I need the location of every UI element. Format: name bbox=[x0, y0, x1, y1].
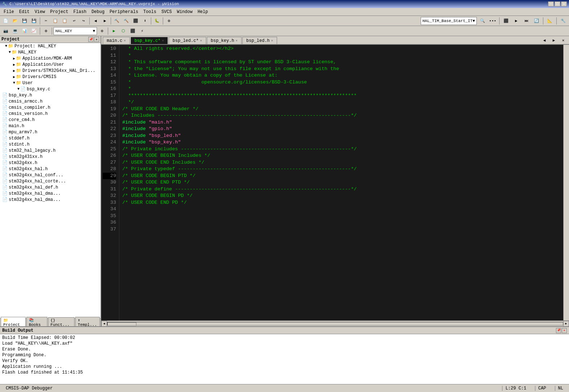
build-pin-button[interactable]: 📌 bbox=[556, 328, 561, 333]
tree-item[interactable]: ▶ 📁Application/User bbox=[0, 61, 101, 68]
menu-item-peripherals[interactable]: Peripherals bbox=[107, 9, 140, 15]
t2-run2[interactable]: ⬡ bbox=[119, 27, 128, 35]
t2-stop[interactable]: ⬛ bbox=[128, 27, 137, 35]
tree-item[interactable]: 📄stm32g4xx_hal_conf... bbox=[0, 172, 101, 178]
build-button[interactable]: 🔨 bbox=[112, 17, 121, 25]
tree-item[interactable]: 📄cmsis_compiler.h bbox=[0, 104, 101, 111]
settings-button[interactable]: ⚙ bbox=[165, 17, 173, 25]
menu-item-project[interactable]: Project bbox=[48, 9, 70, 15]
tab-scroll-right[interactable]: ▶ bbox=[549, 36, 558, 44]
extra-button[interactable]: 🔧 bbox=[559, 17, 568, 25]
open-button[interactable]: 📂 bbox=[11, 17, 20, 25]
step-button[interactable]: ⏭ bbox=[522, 17, 531, 25]
tree-item[interactable]: ▼ 📁User bbox=[0, 80, 101, 86]
view-toggle-button[interactable]: 📐 bbox=[545, 17, 554, 25]
debug-button[interactable]: 🐛 bbox=[153, 17, 161, 25]
menu-item-view[interactable]: View bbox=[33, 9, 47, 15]
menu-item-file[interactable]: File bbox=[1, 9, 16, 15]
tab-close-button[interactable]: ✕ bbox=[559, 36, 568, 44]
minimize-button[interactable]: — bbox=[548, 1, 554, 7]
tree-item[interactable]: 📄stm32g4xx_hal_dma... bbox=[0, 190, 101, 197]
stop-debug-button[interactable]: ⬛ bbox=[502, 17, 510, 25]
project-tab-funct---[interactable]: {} Funct... bbox=[48, 317, 75, 327]
tree-item[interactable]: 📄stm32g4xx_hal_corte... bbox=[0, 178, 101, 184]
editor-tab-bsp-led-h[interactable]: bsp_led.h✕ bbox=[242, 37, 277, 44]
menu-item-flash[interactable]: Flash bbox=[71, 9, 89, 15]
tab-close-icon[interactable]: ✕ bbox=[200, 39, 202, 43]
tree-item[interactable]: ▼ 📁HAL_KEY bbox=[0, 49, 101, 55]
build-close-button[interactable]: ✕ bbox=[562, 328, 567, 333]
tree-item[interactable]: 📄bsp_key.h bbox=[0, 92, 101, 98]
project-name-dropdown[interactable]: HAL_KEY ▼ bbox=[54, 27, 97, 35]
tree-item[interactable]: 📄stm32g4xx.h bbox=[0, 160, 101, 166]
t2-green-btn[interactable]: ▶ bbox=[110, 27, 118, 35]
function-selector-dropdown[interactable]: HAL_TIM_Base_Start_IT ▼ bbox=[421, 17, 477, 25]
find-button[interactable]: 🔍 bbox=[478, 17, 487, 25]
tree-item[interactable]: ▶ 📁Application/MDK-ARM bbox=[0, 55, 101, 61]
options-button[interactable]: ••• bbox=[488, 17, 497, 25]
t2-btn5[interactable]: ⚙ bbox=[42, 27, 50, 35]
stop-button[interactable]: ⬛ bbox=[131, 17, 140, 25]
menu-item-svcs[interactable]: SVCS bbox=[159, 9, 174, 15]
menu-item-edit[interactable]: Edit bbox=[17, 9, 32, 15]
tab-close-icon[interactable]: ✕ bbox=[124, 39, 126, 43]
project-close-button[interactable]: ✕ bbox=[94, 37, 99, 42]
t2-flash[interactable]: ⚡ bbox=[138, 27, 147, 35]
undo-button[interactable]: ↩ bbox=[70, 17, 78, 25]
tree-item[interactable]: 📄stm32g4xx_hal_dma... bbox=[0, 197, 101, 203]
new-file-button[interactable]: 📄 bbox=[1, 17, 10, 25]
scroll-left-button[interactable]: ◀ bbox=[101, 321, 107, 327]
maximize-button[interactable]: □ bbox=[555, 1, 560, 7]
menu-item-tools[interactable]: Tools bbox=[141, 9, 158, 15]
reset-button[interactable]: 🔄 bbox=[532, 17, 541, 25]
tree-item[interactable]: 📄main.h bbox=[0, 123, 101, 129]
menu-item-window[interactable]: Window bbox=[175, 9, 195, 15]
t2-btn1[interactable]: 📷 bbox=[1, 27, 10, 35]
project-tab-templ---[interactable]: ⬆ Templ... bbox=[75, 317, 100, 326]
scroll-right-button[interactable]: ▶ bbox=[563, 321, 569, 327]
t2-btn3[interactable]: 📊 bbox=[20, 27, 29, 35]
editor-tab-main-c[interactable]: main.c✕ bbox=[103, 37, 130, 44]
scroll-thumb[interactable] bbox=[107, 322, 136, 326]
paste-button[interactable]: 📋 bbox=[60, 17, 69, 25]
project-tab-project[interactable]: 📁 Project bbox=[1, 317, 26, 326]
redo-button[interactable]: ↪ bbox=[79, 17, 88, 25]
editor-tab-bsp-key-c-[interactable]: bsp_key.c*✕ bbox=[131, 37, 168, 44]
copy-button[interactable]: 📋 bbox=[51, 17, 60, 25]
nav-forward-button[interactable]: ▶ bbox=[101, 17, 109, 25]
menu-item-debug[interactable]: Debug bbox=[89, 9, 107, 15]
project-pin-button[interactable]: 📌 bbox=[88, 37, 93, 42]
t2-btn2[interactable]: 💻 bbox=[11, 27, 20, 35]
tree-item[interactable]: 📄core_cm4.h bbox=[0, 117, 101, 123]
tree-item[interactable]: 📄stm32g4xx_hal_def.h bbox=[0, 184, 101, 190]
tree-item[interactable]: ▶ 📁Drivers/CMSIS bbox=[0, 74, 101, 80]
run-button[interactable]: ▶ bbox=[512, 17, 521, 25]
close-button[interactable]: ✕ bbox=[561, 1, 567, 7]
editor-tab-bsp-key-h[interactable]: bsp_key.h✕ bbox=[207, 37, 242, 44]
editor-tab-bsp-led-c-[interactable]: bsp_led.c*✕ bbox=[169, 37, 206, 44]
tree-item[interactable]: ▶ 📁Drivers/STM32G4xx_HAL_Dri... bbox=[0, 68, 101, 74]
menu-item-help[interactable]: Help bbox=[195, 9, 210, 15]
tree-item[interactable]: ▼ 📄bsp_key.c bbox=[0, 86, 101, 92]
project-tab-books[interactable]: 📚 Books bbox=[26, 317, 47, 326]
build2-button[interactable]: 🔨 bbox=[122, 17, 131, 25]
tab-close-icon[interactable]: ✕ bbox=[162, 39, 164, 43]
code-content[interactable]: * All rights reserved.</center></h2> * *… bbox=[119, 45, 563, 320]
tree-item[interactable]: 📄stm32g4xx_hal.h bbox=[0, 166, 101, 172]
tab-close-icon[interactable]: ✕ bbox=[235, 39, 237, 43]
download-button[interactable]: ⬇ bbox=[141, 17, 149, 25]
tree-item[interactable]: 📄stm32_hal_legacy.h bbox=[0, 147, 101, 154]
horizontal-scrollbar[interactable]: ◀ ▶ bbox=[101, 320, 569, 326]
t2-btn4[interactable]: 📈 bbox=[30, 27, 38, 35]
nav-back-button[interactable]: ◀ bbox=[91, 17, 100, 25]
tab-scroll-left[interactable]: ◀ bbox=[540, 36, 549, 44]
scroll-track[interactable] bbox=[107, 322, 563, 326]
cut-button[interactable]: ✂ bbox=[42, 17, 50, 25]
tab-close-icon[interactable]: ✕ bbox=[271, 39, 273, 43]
editor-scrollbar[interactable] bbox=[563, 45, 569, 320]
save-all-button[interactable]: 💾 bbox=[30, 17, 38, 25]
t2-settings[interactable]: ⚙ bbox=[98, 27, 106, 35]
tree-item[interactable]: 📄stdint.h bbox=[0, 141, 101, 147]
tree-item[interactable]: 📄mpu_armv7.h bbox=[0, 129, 101, 135]
tree-item[interactable]: 📄stm32g431xx.h bbox=[0, 154, 101, 160]
